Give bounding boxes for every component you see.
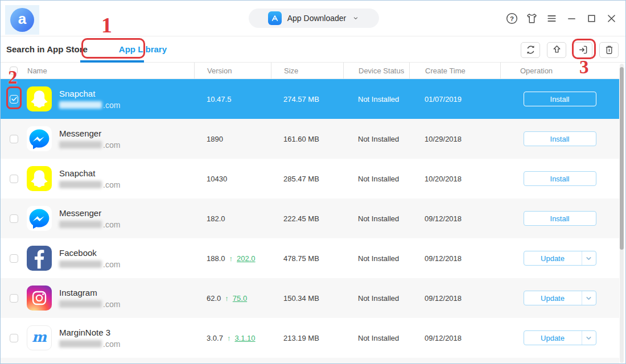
- chevron-down-icon: [585, 295, 592, 302]
- refresh-button[interactable]: [521, 42, 540, 58]
- row-checkbox[interactable]: [10, 95, 18, 104]
- install-to-device-button[interactable]: [573, 42, 592, 58]
- name-cell: Snapchat .com: [1, 166, 194, 191]
- snapchat-icon: [27, 166, 52, 191]
- update-arrow-icon: ↑: [225, 294, 229, 303]
- operation-button[interactable]: Update: [524, 251, 596, 266]
- anytrans-logo-icon: a: [10, 8, 34, 32]
- device-status-cell: Not Installed: [343, 175, 409, 183]
- row-checkbox[interactable]: [10, 294, 18, 303]
- row-checkbox[interactable]: [10, 135, 18, 143]
- column-size: Size: [271, 63, 343, 78]
- table-header: Name Version Size Device Status Create T…: [1, 63, 619, 79]
- svg-text:m: m: [32, 329, 47, 345]
- version-cell: 10430 ↑: [194, 175, 271, 183]
- operation-button[interactable]: Install: [524, 92, 596, 106]
- scrollbar-thumb[interactable]: [620, 67, 624, 250]
- menu-icon[interactable]: [544, 11, 559, 26]
- table-row[interactable]: Facebook .com 188.0 ↑ 202.0 478.75 MB No…: [1, 238, 619, 278]
- row-checkbox[interactable]: [10, 254, 18, 263]
- account-text: .com: [59, 101, 120, 110]
- new-version-link[interactable]: 3.1.10: [234, 334, 255, 342]
- blurred-account: [59, 181, 102, 188]
- operation-cell: Update: [500, 330, 619, 345]
- vertical-scrollbar[interactable]: [620, 64, 624, 363]
- close-icon[interactable]: [604, 11, 619, 26]
- account-domain: .com: [103, 180, 120, 189]
- title-bar: a App Downloader ?: [1, 1, 625, 36]
- blurred-account: [59, 260, 102, 268]
- version-cell: 3.0.7 ↑ 3.1.10: [194, 334, 271, 342]
- select-all-checkbox[interactable]: [10, 67, 18, 75]
- maximize-icon[interactable]: [584, 11, 599, 26]
- active-tab-underline: [80, 60, 144, 63]
- app-name: MarginNote 3: [59, 328, 120, 337]
- account-domain: .com: [103, 300, 120, 309]
- account-text: .com: [59, 220, 120, 229]
- messenger-icon: [27, 206, 52, 231]
- table-row[interactable]: m MarginNote 3 .com 3.0.7 ↑ 3.1.10 213.1…: [1, 318, 619, 358]
- delete-button[interactable]: [599, 42, 619, 58]
- chevron-down-icon: [585, 334, 592, 342]
- device-status-cell: Not Installed: [343, 294, 409, 303]
- account-text: .com: [59, 180, 120, 189]
- upload-button[interactable]: [547, 42, 566, 58]
- minimize-icon[interactable]: [564, 11, 579, 26]
- current-version: 1890: [207, 135, 223, 143]
- app-window: a App Downloader ?: [0, 0, 626, 364]
- operation-button-label: Install: [524, 132, 596, 146]
- new-version-link[interactable]: 75.0: [233, 294, 247, 303]
- operation-button[interactable]: Update: [524, 330, 596, 345]
- account-text: .com: [59, 340, 120, 349]
- column-create-time: Create Time: [409, 63, 500, 78]
- check-icon: [11, 96, 18, 102]
- table-row[interactable]: Instagram .com 62.0 ↑ 75.0 150.34 MB Not…: [1, 278, 619, 318]
- current-version: 188.0: [207, 254, 225, 263]
- account-text: .com: [59, 300, 120, 309]
- table-row[interactable]: Messenger .com 182.0 ↑ 222.45 MB Not Ins…: [1, 198, 619, 238]
- tab-app-library[interactable]: App Library: [119, 44, 167, 54]
- operation-button-label: Update: [524, 331, 582, 345]
- operation-dropdown-arrow[interactable]: [582, 331, 596, 345]
- current-version: 3.0.7: [207, 334, 223, 342]
- current-version: 10430: [207, 175, 227, 183]
- row-checkbox[interactable]: [10, 334, 18, 342]
- operation-button[interactable]: Install: [524, 211, 596, 226]
- device-status-cell: Not Installed: [343, 254, 409, 263]
- name-cell: Snapchat .com: [1, 86, 194, 111]
- update-arrow-icon: ↑: [229, 254, 233, 263]
- table-row[interactable]: Messenger .com 1890 ↑ 161.60 MB Not Inst…: [1, 119, 619, 159]
- column-device-status: Device Status: [343, 63, 409, 78]
- theme-shirt-icon[interactable]: [524, 11, 539, 26]
- size-cell: 222.45 MB: [271, 214, 343, 223]
- snapchat-icon: [27, 86, 52, 111]
- operation-cell: Update: [500, 291, 619, 305]
- mode-switcher-dropdown[interactable]: App Downloader: [249, 9, 379, 28]
- table-row[interactable]: Snapchat .com 10430 ↑ 285.47 MB Not Inst…: [1, 159, 619, 198]
- row-checkbox[interactable]: [10, 214, 18, 223]
- account-domain: .com: [103, 101, 120, 110]
- operation-dropdown-arrow[interactable]: [582, 291, 596, 305]
- messenger-icon: [27, 126, 52, 151]
- operation-button-label: Update: [524, 291, 582, 305]
- version-cell: 10.47.5 ↑: [194, 95, 271, 104]
- tab-search-app-store[interactable]: Search in App Store: [6, 44, 88, 54]
- version-cell: 1890 ↑: [194, 135, 271, 143]
- operation-cell: Update: [500, 251, 619, 266]
- current-version: 10.47.5: [207, 95, 231, 104]
- version-cell: 62.0 ↑ 75.0: [194, 294, 271, 303]
- row-checkbox[interactable]: [10, 175, 18, 183]
- new-version-link[interactable]: 202.0: [237, 254, 256, 263]
- partial-next-row: [1, 358, 619, 364]
- operation-cell: Install: [500, 92, 619, 106]
- account-domain: .com: [103, 340, 120, 349]
- operation-button[interactable]: Install: [524, 171, 596, 186]
- operation-dropdown-arrow[interactable]: [582, 251, 596, 265]
- app-icon: [27, 86, 52, 111]
- operation-button[interactable]: Update: [524, 291, 596, 305]
- help-icon[interactable]: ?: [504, 11, 519, 26]
- column-version: Version: [194, 63, 271, 78]
- facebook-icon: [27, 246, 52, 271]
- operation-button[interactable]: Install: [524, 131, 596, 146]
- table-row[interactable]: Snapchat .com 10.47.5 ↑ 274.57 MB Not In…: [1, 79, 619, 119]
